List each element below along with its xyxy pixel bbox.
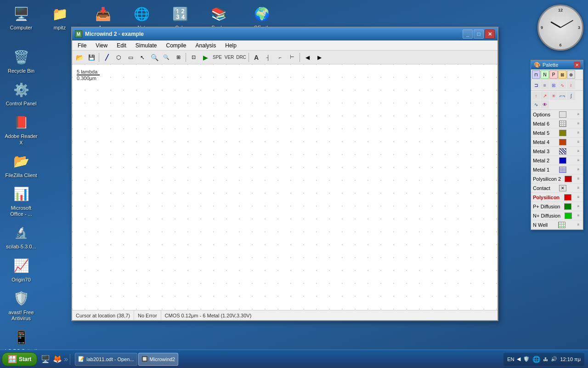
menu-help[interactable]: Help [221,41,240,50]
palette-icon-nmos[interactable]: ⊓ [532,70,540,79]
menu-simulate[interactable]: Simulate [132,41,161,50]
palette-layer-contact[interactable]: Contact ✕ ≡ [531,184,583,193]
menu-view[interactable]: View [92,41,111,50]
canvas-area[interactable]: 5 lambda 0.300μm [72,64,498,310]
toolbar-sim[interactable]: ▶ [200,52,211,63]
palette-layer-polysilicon[interactable]: Polysilicon ≡ [531,193,583,202]
layer-scroll-metal2: ≡ [576,158,581,163]
close-button[interactable]: ✕ [485,29,495,39]
toolbar-vias[interactable]: ⌐ [275,52,286,63]
toolbar-draw-line[interactable]: ╱ [101,52,112,63]
palette-icon-i12[interactable]: 👁 [541,100,549,109]
toolbar-open[interactable]: 📂 [74,52,85,63]
toolbar-extract[interactable]: ⊡ [188,52,199,63]
desktop-icon-recycle[interactable]: 🗑️ Recycle Bin [3,46,40,76]
palette-layer-metal2[interactable]: Metal 2 ≡ [531,156,583,165]
layer-color-metal6 [559,121,566,127]
palette-icon-pmos[interactable]: N [541,70,549,79]
maximize-button[interactable]: □ [474,29,484,39]
palette-icon-diode[interactable]: ⊗ [567,70,575,79]
palette-icon-i6[interactable]: ↑ [532,92,540,100]
palette-icon-i10[interactable]: ∫ [567,92,575,100]
palette-layer-metal5[interactable]: Metal 5 ≡ [531,128,583,138]
palette-layer-metal4[interactable]: Metal 4 ≡ [531,138,583,147]
layer-label-contact: Contact [533,185,550,191]
window-controls: _ □ ✕ [463,29,495,39]
taskbar-item-openoffice-label: lab2011.odt - Open... [86,356,134,362]
layer-label-metal6: Metal 6 [533,121,549,126]
menu-analysis[interactable]: Analysis [192,41,220,50]
toolbar-draw-poly[interactable]: ⬡ [113,52,124,63]
quick-launch-desktop[interactable]: 🖥️ [40,354,51,365]
status-tech: CMOS 0.12μm - 6 Metal (1.20V,3.30V) [161,310,255,320]
toolbar-drc[interactable]: DRC [236,52,247,63]
layer-scroll-metal6: ≡ [576,121,581,126]
window-titlebar[interactable]: M Microwind 2 - example _ □ ✕ [72,28,498,40]
desktop: 🖥️ Computer 📁 mpitz 📥 App 🌐 Net 🔢 Calc 📚… [0,0,588,368]
minimize-button[interactable]: _ [463,29,473,39]
toolbar-left[interactable]: ◀ [302,52,313,63]
palette-icon-i3[interactable]: ⊞ [549,81,558,89]
toolbar-zoom-out[interactable]: 🔍 [161,52,172,63]
palette-layer-options[interactable]: Options ≡ [531,110,583,119]
layer-label-nwell: N Well [533,222,548,228]
toolbar-port[interactable]: ┤ [263,52,274,63]
quick-launch-firefox[interactable]: 🦊 [52,354,63,365]
tray-icon-back[interactable]: ◀ [517,356,520,362]
palette-icon-i1[interactable]: ⊐ [532,81,540,89]
menubar: File View Edit Simulate Compile Analysis… [72,40,498,51]
desktop-icon-origin[interactable]: 📈 Origin70 [3,255,40,285]
palette-icon-i5[interactable]: ≀ [567,81,575,89]
palette-icon-i7[interactable]: ↗ [541,92,549,100]
toolbar-draw-rect[interactable]: ▭ [125,52,136,63]
desktop-icon-avast[interactable]: 🛡️ avast! Free Antivirus [3,288,40,323]
palette-icon-cap[interactable]: ⊠ [558,70,566,79]
desktop-icon-filezilla[interactable]: 📂 FileZilla Client [3,150,40,180]
toolbar-verilog[interactable]: VER [224,52,235,63]
palette-layer-pdiffusion[interactable]: P+ Diffusion ≡ [531,202,583,211]
palette-layer-nwell[interactable]: N Well ≡ [531,220,583,230]
layer-scroll-metal4: ≡ [576,139,581,145]
palette-layer-metal3[interactable]: Metal 3 ≡ [531,147,583,156]
menu-file[interactable]: File [74,41,90,50]
palette-icon-i8[interactable]: ✳ [549,92,558,100]
palette-layer-polysilicon2[interactable]: Polysilicon 2 ≡ [531,174,583,184]
layer-color-contact: ✕ [559,185,566,191]
taskbar-right: EN ◀ 🛡️ 🌐 🖧 🔊 12:10 πμ [503,353,586,366]
toolbar-sep4 [300,53,300,62]
palette-icon-i9[interactable]: ⌐¬ [558,92,566,100]
window-app-icon: M [75,30,82,38]
palette-icon-i11[interactable]: ∿ [532,100,540,109]
taskbar-item-microwind[interactable]: 🔲 Microwind2 [138,353,179,366]
toolbar-ruler[interactable]: ⊢ [287,52,298,63]
toolbar-spice[interactable]: SPE [212,52,223,63]
palette-close-button[interactable]: ✕ [574,62,580,68]
toolbar-save[interactable]: 💾 [86,52,97,63]
menu-compile[interactable]: Compile [163,41,190,50]
palette-layer-ndiffusion[interactable]: N+ Diffusion ≡ [531,211,583,220]
desktop-icon-adobe[interactable]: 📕 Adobe Reader X [3,111,40,147]
toolbar-right[interactable]: ▶ [314,52,325,63]
palette-layer-metal1[interactable]: Metal 1 ≡ [531,165,583,174]
toolbar-select[interactable]: ↖ [137,52,148,63]
toolbar-fit[interactable]: ⊞ [173,52,184,63]
desktop-icon-computer[interactable]: 🖥️ Computer [3,3,40,33]
desktop-icon-control-panel[interactable]: ⚙️ Control Panel [3,79,40,109]
palette-icon-i2[interactable]: ≡ [541,81,549,89]
palette-layer-metal6[interactable]: Metal 6 ≡ [531,119,583,128]
palette-icons-row3: ↑ ↗ ✳ ⌐¬ ∫ ∿ 👁 [531,91,583,110]
taskbar-item-openoffice[interactable]: 📝 lab2011.odt - Open... [75,353,137,366]
tray-icon-google: 🌐 [532,356,540,363]
language-indicator: EN [507,356,514,362]
palette-titlebar[interactable]: 🎨 Palette ✕ [531,60,583,69]
palette-icon-i4[interactable]: ∿ [558,81,566,89]
menu-edit[interactable]: Edit [113,41,130,50]
toolbar-zoom-in[interactable]: 🔍 [149,52,160,63]
toolbar-text[interactable]: A [251,52,262,63]
start-button[interactable]: 🪟 Start [2,352,37,366]
tray-icon-volume[interactable]: 🔊 [551,356,557,362]
desktop-icon-scilab[interactable]: 🔬 scilab-5.3.0... [3,222,40,252]
layer-label-metal1: Metal 1 [533,167,549,172]
palette-icon-res[interactable]: P [549,70,558,79]
desktop-icon-msoffice[interactable]: 📊 Microsoft Office - ... [3,183,40,219]
